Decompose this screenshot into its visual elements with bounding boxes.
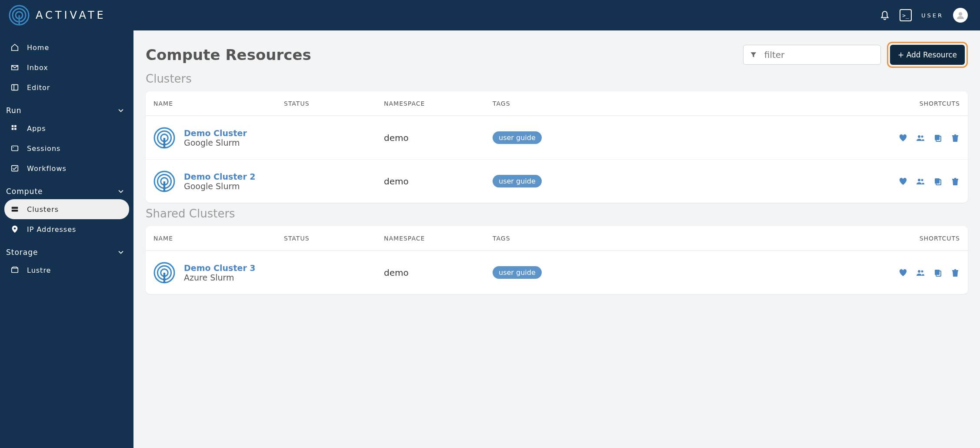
copy-icon[interactable] [933, 177, 943, 186]
sidebar-item-clusters[interactable]: Clusters [4, 199, 129, 219]
chevron-down-icon [117, 248, 125, 256]
section-title: Run [6, 106, 22, 115]
page-title: Compute Resources [146, 46, 311, 64]
cluster-name-link[interactable]: Demo Cluster 2 [184, 172, 256, 181]
add-resource-highlight: + Add Resource [887, 42, 968, 68]
delete-icon[interactable] [950, 133, 960, 143]
editor-icon [10, 83, 19, 92]
copy-icon[interactable] [933, 268, 943, 277]
col-status: STATUS [284, 100, 384, 107]
cell-shortcuts [593, 133, 960, 143]
add-resource-button[interactable]: + Add Resource [890, 45, 965, 65]
sidebar-section-storage[interactable]: Storage [4, 239, 129, 260]
sidebar-item-home[interactable]: Home [4, 37, 129, 57]
col-namespace: NAMESPACE [384, 235, 493, 242]
sidebar-section-run[interactable]: Run [4, 97, 129, 118]
sidebar-item-editor[interactable]: Editor [4, 77, 129, 97]
main-content: Compute Resources + Add Resource Cluster… [133, 30, 980, 305]
sidebar-item-label: Lustre [27, 266, 51, 274]
chevron-down-icon [117, 107, 125, 114]
cluster-name-link[interactable]: Demo Cluster [184, 128, 247, 138]
tag[interactable]: user guide [493, 175, 542, 187]
col-tags: TAGS [493, 100, 593, 107]
clusters-icon [10, 205, 19, 214]
sidebar-item-label: Home [27, 43, 49, 52]
sidebar-item-sessions[interactable]: Sessions [4, 138, 129, 158]
sidebar-section-compute[interactable]: Compute [4, 178, 129, 199]
favorite-icon[interactable] [898, 177, 908, 186]
table-row: Demo Cluster 3 Azure Slurm demo user gui… [146, 251, 968, 294]
sidebar-item-label: Sessions [27, 144, 60, 153]
filter-box[interactable] [743, 45, 881, 65]
table-header: NAMESTATUSNAMESPACETAGSSHORTCUTS [146, 91, 968, 116]
cluster-table: NAMESTATUSNAMESPACETAGSSHORTCUTS Demo Cl… [146, 226, 968, 294]
share-icon[interactable] [916, 133, 925, 143]
sessions-icon [10, 144, 19, 153]
cell-namespace: demo [384, 176, 493, 187]
sidebar-item-workflows[interactable]: Workflows [4, 158, 129, 178]
apps-icon [10, 124, 19, 133]
sidebar-item-lustre[interactable]: Lustre [4, 260, 129, 280]
home-icon [10, 43, 19, 52]
table-header: NAMESTATUSNAMESPACETAGSSHORTCUTS [146, 226, 968, 251]
sidebar-item-ip[interactable]: IP Addresses [4, 219, 129, 239]
col-tags: TAGS [493, 235, 593, 242]
favorite-icon[interactable] [898, 133, 908, 143]
sidebar-item-apps[interactable]: Apps [4, 118, 129, 138]
cluster-table: NAMESTATUSNAMESPACETAGSSHORTCUTS Demo Cl… [146, 91, 968, 203]
cell-tags: user guide [493, 266, 593, 279]
notifications-icon[interactable] [880, 10, 890, 20]
sidebar: HomeInboxEditor RunAppsSessionsWorkflows… [0, 30, 133, 448]
cell-namespace: demo [384, 267, 493, 278]
sidebar-item-label: IP Addresses [27, 225, 76, 234]
cluster-logo-icon [153, 127, 175, 149]
cluster-name-link[interactable]: Demo Cluster 3 [184, 263, 256, 273]
section-title: Compute [6, 187, 43, 196]
sidebar-item-label: Clusters [27, 205, 59, 214]
col-shortcuts: SHORTCUTS [593, 100, 960, 107]
app-header: ACTIVATE >_ USER [0, 0, 980, 30]
cluster-logo-icon [153, 262, 175, 284]
workflows-icon [10, 164, 19, 173]
delete-icon[interactable] [950, 268, 960, 277]
cell-tags: user guide [493, 131, 593, 144]
avatar[interactable] [953, 8, 968, 23]
col-status: STATUS [284, 235, 384, 242]
tag[interactable]: user guide [493, 131, 542, 144]
cluster-subtitle: Azure Slurm [184, 273, 256, 282]
tag[interactable]: user guide [493, 266, 542, 279]
filter-input[interactable] [763, 49, 874, 60]
section-title: Shared Clusters [146, 207, 968, 220]
col-shortcuts: SHORTCUTS [593, 235, 960, 242]
user-label[interactable]: USER [921, 12, 943, 19]
table-row: Demo Cluster 2 Google Slurm demo user gu… [146, 159, 968, 203]
favorite-icon[interactable] [898, 268, 908, 277]
sidebar-item-label: Editor [27, 84, 50, 92]
section-title: Storage [6, 248, 38, 257]
sidebar-item-label: Inbox [27, 64, 48, 72]
brand[interactable]: ACTIVATE [9, 5, 106, 26]
filter-icon [750, 50, 757, 59]
copy-icon[interactable] [933, 133, 943, 143]
col-name: NAME [153, 100, 284, 107]
cell-tags: user guide [493, 175, 593, 187]
header-right: >_ USER [880, 8, 968, 23]
brand-logo-icon [9, 5, 30, 26]
cluster-logo-icon [153, 171, 175, 192]
brand-word: ACTIVATE [36, 9, 106, 21]
delete-icon[interactable] [950, 177, 960, 186]
ip-icon [10, 225, 19, 234]
inbox-icon [10, 63, 19, 72]
col-name: NAME [153, 235, 284, 242]
cell-shortcuts [593, 268, 960, 277]
share-icon[interactable] [916, 177, 925, 186]
share-icon[interactable] [916, 268, 925, 277]
sidebar-item-label: Apps [27, 124, 46, 133]
sidebar-item-inbox[interactable]: Inbox [4, 57, 129, 77]
chevron-down-icon [117, 187, 125, 195]
terminal-icon[interactable]: >_ [900, 9, 912, 21]
lustre-icon [10, 266, 19, 274]
cluster-subtitle: Google Slurm [184, 181, 256, 191]
cell-shortcuts [593, 177, 960, 186]
cell-namespace: demo [384, 133, 493, 143]
